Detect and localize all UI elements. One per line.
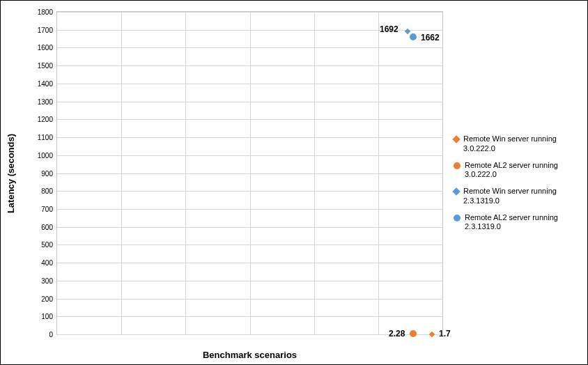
legend-item: Remote AL2 server running 3.0.222.0 [454,161,582,180]
legend-label: Remote AL2 server running 2.3.1319.0 [465,213,582,233]
data-label: 1692 [380,24,399,34]
legend-item: Remote Win server running 2.3.1319.0 [454,187,582,206]
point-al2-2-3-1319 [410,33,417,40]
legend-item: Remote AL2 server running 2.3.1319.0 [454,213,582,233]
y-tick-label: 700 [41,205,53,213]
x-axis-label: Benchmark scenarios [56,350,443,360]
y-tick-label: 600 [41,223,53,231]
y-tick-label: 1200 [38,116,53,123]
data-label: 1.7 [439,329,451,339]
point-win-3-0-222 [429,331,435,336]
y-tick-label: 1100 [38,134,53,141]
legend-label: Remote AL2 server running 3.0.222.0 [465,161,582,180]
gridline-v [378,12,379,334]
gridline-v [121,12,122,334]
y-tick-label: 100 [41,313,53,320]
data-label: 2.28 [389,329,405,339]
data-label: 1662 [421,33,440,42]
gridline-h: 0 [57,334,442,335]
diamond-icon [452,135,460,143]
legend-item: Remote Win server running 3.0.222.0 [454,134,582,154]
diamond-icon [452,187,460,195]
y-tick-label: 1700 [38,26,53,33]
legend-label: Remote Win server running 3.0.222.0 [463,134,582,154]
y-tick-label: 400 [41,259,53,267]
circle-icon [454,162,461,169]
chart-frame: Latency (seconds) 1800 1700 1600 1500 14… [0,0,588,365]
gridline-v [250,12,251,334]
y-tick-label: 800 [41,187,53,195]
y-tick-label: 1300 [38,98,53,105]
y-tick-label: 1800 [38,8,53,16]
y-axis-label-wrap: Latency (seconds) [10,1,24,365]
y-tick-label: 1000 [38,151,53,159]
y-tick-label: 1600 [38,44,53,52]
legend: Remote Win server running 3.0.222.0 Remo… [454,134,582,239]
circle-icon [454,215,461,222]
y-tick-label: 300 [41,277,53,284]
point-al2-3-0-222 [410,330,417,337]
legend-label: Remote Win server running 2.3.1319.0 [463,187,582,206]
y-tick-label: 0 [49,331,53,339]
y-tick-label: 500 [41,241,53,249]
y-tick-label: 200 [41,295,53,302]
gridline-v [185,12,186,334]
y-tick-label: 1500 [38,62,53,70]
y-tick-label: 900 [41,169,53,177]
y-tick-label: 1400 [38,79,53,87]
plot-area: 1800 1700 1600 1500 1400 1300 1200 1100 … [56,11,443,335]
y-axis-label: Latency (seconds) [6,134,16,213]
gridline-v [314,12,315,334]
